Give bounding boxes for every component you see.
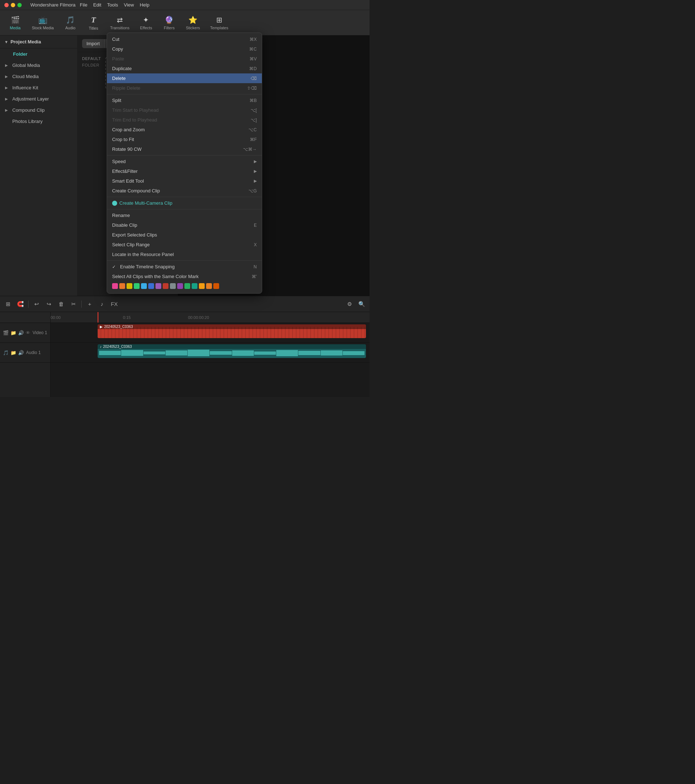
cut-label: Cut (112, 36, 119, 42)
checkmark-icon: ✓ (112, 264, 118, 269)
export-selected-label: Export Selected Clips (112, 232, 157, 237)
ctx-speed[interactable]: Speed ▶ (107, 156, 262, 166)
create-compound-label: Create Compound Clip (112, 188, 160, 193)
trim-end-shortcut: ⌥] (250, 117, 257, 123)
ctx-duplicate[interactable]: Duplicate ⌘D (107, 64, 262, 73)
ctx-copy[interactable]: Copy ⌘C (107, 44, 262, 54)
ctx-crop-fit[interactable]: Crop to Fit ⌘F (107, 135, 262, 144)
ctx-divider-2 (107, 155, 262, 155)
color-swatch-blue[interactable] (141, 283, 147, 289)
ctx-rotate[interactable]: Rotate 90 CW ⌥⌘→ (107, 144, 262, 154)
ctx-smart-edit[interactable]: Smart Edit Tool ▶ (107, 176, 262, 186)
select-color-mark-shortcut: ⌘' (252, 274, 257, 279)
speed-arrow-icon: ▶ (254, 159, 257, 164)
select-range-shortcut: X (254, 242, 257, 247)
color-swatch-yellow[interactable] (127, 283, 132, 289)
color-swatch-carrot[interactable] (206, 283, 212, 289)
select-range-label: Select Clip Range (112, 242, 150, 247)
ctx-enable-snapping[interactable]: ✓ Enable Timeline Snapping N (107, 262, 262, 272)
trim-start-shortcut: ⌥[ (250, 108, 257, 113)
ripple-delete-label: Ripple Delete (112, 86, 140, 91)
duplicate-shortcut: ⌘D (249, 66, 257, 71)
multicam-label-wrapper: Create Multi-Camera Clip (112, 200, 173, 206)
ctx-create-compound[interactable]: Create Compound Clip ⌥G (107, 186, 262, 196)
effect-filter-arrow-icon: ▶ (254, 169, 257, 174)
ctx-paste[interactable]: Paste ⌘V (107, 54, 262, 64)
crop-zoom-label: Crop and Zoom (112, 127, 145, 132)
rename-label: Rename (112, 212, 130, 218)
ctx-create-multicam[interactable]: Create Multi-Camera Clip (107, 198, 262, 208)
color-swatch-darkblue[interactable] (148, 283, 154, 289)
color-swatches-row (107, 282, 262, 292)
ctx-split[interactable]: Split ⌘B (107, 96, 262, 105)
ctx-crop-zoom[interactable]: Crop and Zoom ⌥C (107, 125, 262, 135)
ripple-delete-shortcut: ⇧⌫ (247, 86, 257, 91)
ctx-effect-filter[interactable]: Effect&Filter ▶ (107, 166, 262, 176)
snapping-wrapper: ✓ Enable Timeline Snapping (112, 264, 175, 269)
rotate-label: Rotate 90 CW (112, 147, 142, 152)
cut-shortcut: ⌘X (250, 37, 257, 42)
color-swatch-red[interactable] (163, 283, 168, 289)
ctx-select-color-mark[interactable]: Select All Clips with the Same Color Mar… (107, 272, 262, 282)
color-swatch-gray[interactable] (170, 283, 176, 289)
duplicate-label: Duplicate (112, 66, 132, 71)
select-color-mark-label: Select All Clips with the Same Color Mar… (112, 274, 199, 279)
speed-label: Speed (112, 159, 126, 164)
ctx-trim-end[interactable]: Trim End to Playhead ⌥] (107, 115, 262, 125)
ctx-divider-5 (107, 260, 262, 261)
enable-snapping-shortcut: N (254, 264, 257, 269)
ctx-trim-start[interactable]: Trim Start to Playhead ⌥[ (107, 105, 262, 115)
delete-shortcut: ⌫ (250, 76, 257, 81)
color-swatch-green[interactable] (134, 283, 140, 289)
color-swatch-pumpkin[interactable] (213, 283, 219, 289)
copy-label: Copy (112, 46, 123, 52)
ctx-disable-clip[interactable]: Disable Clip E (107, 220, 262, 230)
effect-filter-label: Effect&Filter (112, 168, 138, 174)
color-swatch-emerald[interactable] (184, 283, 190, 289)
split-label: Split (112, 98, 121, 103)
ctx-select-range[interactable]: Select Clip Range X (107, 240, 262, 250)
disable-clip-shortcut: E (254, 223, 257, 228)
trim-start-label: Trim Start to Playhead (112, 107, 159, 113)
color-swatch-pink[interactable] (112, 283, 118, 289)
create-compound-shortcut: ⌥G (249, 188, 257, 193)
enable-snapping-label: Enable Timeline Snapping (120, 264, 175, 269)
split-shortcut: ⌘B (250, 98, 257, 103)
color-swatch-violet[interactable] (177, 283, 183, 289)
color-swatch-orange[interactable] (119, 283, 125, 289)
context-menu-overlay[interactable]: Cut ⌘X Copy ⌘C Paste ⌘V Duplicate ⌘D Del… (0, 0, 370, 415)
color-swatch-purple[interactable] (155, 283, 161, 289)
ctx-divider-1 (107, 94, 262, 94)
color-swatch-amber[interactable] (199, 283, 205, 289)
color-swatch-teal[interactable] (192, 283, 198, 289)
crop-fit-shortcut: ⌘F (250, 137, 257, 142)
ctx-delete[interactable]: Delete ⌫ (107, 73, 262, 83)
rotate-shortcut: ⌥⌘→ (243, 147, 257, 152)
crop-zoom-shortcut: ⌥C (249, 127, 257, 132)
ctx-cut[interactable]: Cut ⌘X (107, 35, 262, 44)
ctx-locate-resource[interactable]: Locate in the Resource Panel (107, 250, 262, 259)
ctx-divider-4 (107, 209, 262, 209)
disable-clip-label: Disable Clip (112, 222, 137, 228)
ctx-export-selected[interactable]: Export Selected Clips (107, 230, 262, 240)
ctx-rename[interactable]: Rename (107, 211, 262, 220)
context-menu: Cut ⌘X Copy ⌘C Paste ⌘V Duplicate ⌘D Del… (107, 33, 262, 294)
create-multicam-label: Create Multi-Camera Clip (119, 200, 173, 206)
multicam-dot-icon (112, 201, 117, 206)
ctx-ripple-delete[interactable]: Ripple Delete ⇧⌫ (107, 83, 262, 93)
paste-label: Paste (112, 56, 124, 61)
locate-resource-label: Locate in the Resource Panel (112, 252, 174, 257)
trim-end-label: Trim End to Playhead (112, 117, 157, 123)
crop-fit-label: Crop to Fit (112, 137, 134, 142)
copy-shortcut: ⌘C (249, 47, 257, 52)
smart-edit-label: Smart Edit Tool (112, 178, 144, 184)
ctx-divider-3 (107, 197, 262, 197)
smart-edit-arrow-icon: ▶ (254, 179, 257, 183)
delete-label: Delete (112, 76, 126, 81)
paste-shortcut: ⌘V (250, 56, 257, 61)
